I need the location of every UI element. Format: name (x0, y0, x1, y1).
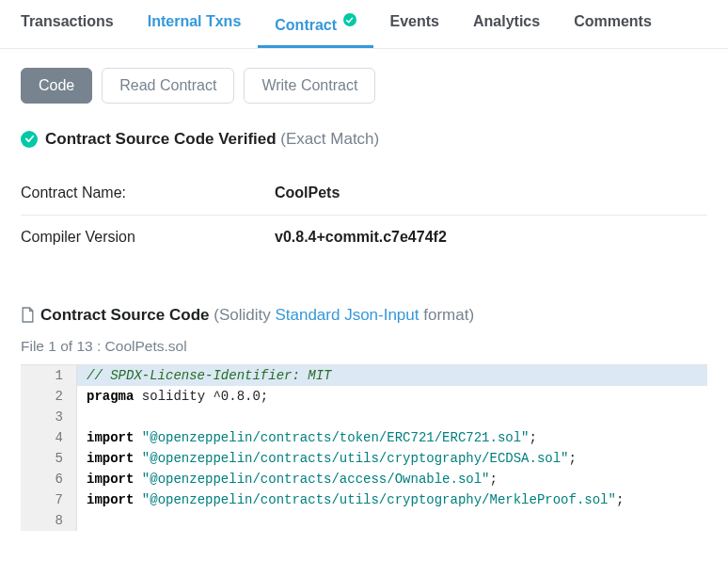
line-number: 8 (21, 510, 77, 531)
code-line: 3 (21, 407, 707, 427)
verified-badge-icon (343, 13, 356, 26)
contract-name-label: Contract Name: (21, 184, 275, 201)
subtab-read-contract[interactable]: Read Contract (102, 68, 234, 104)
subtab-write-contract[interactable]: Write Contract (244, 68, 375, 104)
line-number: 6 (21, 469, 77, 489)
tab-events[interactable]: Events (373, 0, 456, 48)
info-row-compiler: Compiler Version v0.8.4+commit.c7e474f2 (21, 215, 707, 259)
tab-contract-label: Contract (275, 17, 337, 33)
content-area: Code Read Contract Write Contract Contra… (0, 49, 728, 550)
verified-label: Contract Source Code Verified (45, 130, 277, 148)
code-line: 6 import "@openzeppelin/contracts/access… (21, 469, 707, 489)
subtab-code[interactable]: Code (21, 68, 92, 104)
source-lang-suffix: format) (419, 306, 475, 324)
code-line: 7 import "@openzeppelin/contracts/utils/… (21, 489, 707, 510)
file-icon (21, 307, 35, 323)
line-number: 3 (21, 407, 77, 427)
check-icon (21, 131, 38, 148)
code-line: 5 import "@openzeppelin/contracts/utils/… (21, 448, 707, 469)
code-viewer[interactable]: 1 // SPDX-License-Identifier: MIT 2 prag… (21, 364, 707, 531)
compiler-version-label: Compiler Version (21, 229, 275, 246)
line-number: 4 (21, 427, 77, 448)
tab-analytics[interactable]: Analytics (456, 0, 557, 48)
tab-internal-txns[interactable]: Internal Txns (131, 0, 259, 48)
compiler-version-value: v0.8.4+commit.c7e474f2 (275, 229, 447, 246)
code-line: 2 pragma solidity ^0.8.0; (21, 386, 707, 407)
code-line: 4 import "@openzeppelin/contracts/token/… (21, 427, 707, 448)
code-line: 1 // SPDX-License-Identifier: MIT (21, 365, 707, 386)
line-number: 7 (21, 489, 77, 510)
line-number: 1 (21, 365, 77, 386)
info-row-name: Contract Name: CoolPets (21, 171, 707, 215)
source-code-label: Contract Source Code (40, 306, 209, 324)
contract-subtabs: Code Read Contract Write Contract (21, 68, 707, 104)
line-number: 2 (21, 386, 77, 407)
verified-match: (Exact Match) (280, 130, 379, 148)
tab-comments[interactable]: Comments (557, 0, 669, 48)
contract-name-value: CoolPets (275, 184, 340, 201)
input-format-link[interactable]: Standard Json-Input (275, 306, 419, 324)
source-code-header: Contract Source Code (Solidity Standard … (21, 306, 707, 325)
verified-status: Contract Source Code Verified (Exact Mat… (21, 130, 707, 149)
tab-transactions[interactable]: Transactions (4, 0, 131, 48)
line-number: 5 (21, 448, 77, 469)
source-lang-prefix: (Solidity (214, 306, 275, 324)
code-line: 8 (21, 510, 707, 531)
tab-contract[interactable]: Contract (258, 0, 372, 48)
main-tabs: Transactions Internal Txns Contract Even… (0, 0, 728, 49)
file-label: File 1 of 13 : CoolPets.sol (21, 338, 707, 355)
